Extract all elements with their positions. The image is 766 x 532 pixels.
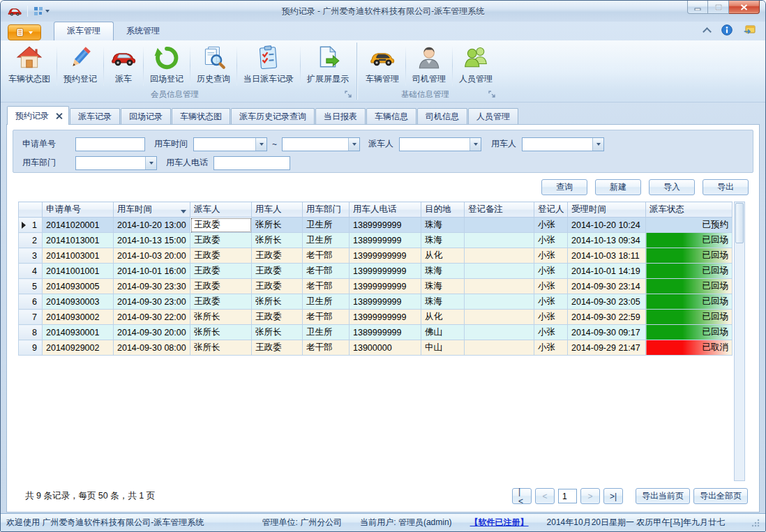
col-header-dispatcher[interactable]: 派车人 bbox=[190, 202, 252, 218]
col-header-request-no[interactable]: 申请单号 bbox=[43, 202, 114, 218]
table-row[interactable]: 1201410200012014-10-20 13:00王政委张所长卫生所138… bbox=[19, 218, 733, 233]
cell-accept-time[interactable]: 2014-09-29 21:47 bbox=[568, 340, 646, 356]
department-input[interactable] bbox=[76, 157, 145, 169]
cell-request-no[interactable]: 20140929002 bbox=[43, 340, 114, 356]
row-header-cell[interactable]: 2 bbox=[19, 233, 43, 248]
first-page-button[interactable]: |< bbox=[512, 488, 532, 504]
row-header-cell[interactable]: 5 bbox=[19, 279, 43, 294]
cell-registrar[interactable]: 小张 bbox=[534, 325, 568, 340]
cell-department[interactable]: 老干部 bbox=[303, 310, 350, 325]
cell-dispatcher[interactable]: 张所长 bbox=[190, 325, 252, 340]
cell-user[interactable]: 王政委 bbox=[252, 264, 303, 279]
cell-use-time[interactable]: 2014-09-30 23:30 bbox=[114, 279, 190, 294]
tab-personnel-management[interactable]: 人员管理 bbox=[468, 108, 518, 124]
cell-use-time[interactable]: 2014-10-03 20:00 bbox=[114, 248, 190, 264]
table-row[interactable]: 2201410130012014-10-13 15:00王政委张所长卫生所138… bbox=[19, 233, 733, 248]
request-no-input[interactable] bbox=[75, 137, 145, 151]
tab-dispatch-records[interactable]: 派车记录 bbox=[70, 108, 120, 124]
phone-input[interactable] bbox=[213, 156, 290, 170]
cell-remark[interactable] bbox=[465, 264, 534, 279]
tab-vehicle-status-map[interactable]: 车辆状态图 bbox=[172, 108, 230, 124]
cell-dispatch-status[interactable]: 已回场 bbox=[646, 294, 733, 310]
row-header-cell[interactable]: 6 bbox=[19, 294, 43, 310]
cell-accept-time[interactable]: 2014-10-20 10:24 bbox=[568, 218, 646, 233]
cell-phone[interactable]: 1389999999 bbox=[350, 233, 421, 248]
row-header-cell[interactable]: 7 bbox=[19, 310, 43, 325]
tab-vehicle-info[interactable]: 车辆信息 bbox=[366, 108, 416, 124]
cell-registrar[interactable]: 小张 bbox=[534, 310, 568, 325]
cell-remark[interactable] bbox=[465, 310, 534, 325]
cell-dispatcher[interactable]: 张所长 bbox=[190, 340, 252, 356]
table-row[interactable]: 8201409300012014-09-30 20:00张所长张所长卫生所138… bbox=[19, 325, 733, 340]
cell-dispatcher[interactable]: 王政委 bbox=[190, 279, 252, 294]
tab-daily-report[interactable]: 当日报表 bbox=[315, 108, 366, 124]
cell-dispatcher[interactable]: 王政委 bbox=[190, 248, 252, 264]
cell-use-time[interactable]: 2014-09-30 22:00 bbox=[114, 310, 190, 325]
row-header-cell[interactable]: 1 bbox=[19, 218, 43, 233]
user-input[interactable] bbox=[523, 138, 592, 151]
table-row[interactable]: 9201409290022014-09-30 08:00张所长王政委老干部139… bbox=[19, 340, 733, 356]
cell-use-time[interactable]: 2014-09-30 23:00 bbox=[114, 294, 190, 310]
cell-user[interactable]: 王政委 bbox=[252, 248, 303, 264]
reservation-register-button[interactable]: 预约登记 bbox=[57, 42, 103, 89]
cell-registrar[interactable]: 小张 bbox=[534, 294, 568, 310]
dropdown-button[interactable] bbox=[470, 138, 481, 151]
maximize-button[interactable] bbox=[708, 1, 729, 14]
scrollbar-thumb[interactable] bbox=[735, 203, 744, 243]
cell-remark[interactable] bbox=[465, 325, 534, 340]
cell-accept-time[interactable]: 2014-10-01 14:19 bbox=[568, 264, 646, 279]
col-header-accept-time[interactable]: 受理时间 bbox=[568, 202, 646, 218]
cell-user[interactable]: 张所长 bbox=[252, 218, 303, 233]
cell-accept-time[interactable]: 2014-09-30 09:17 bbox=[568, 325, 646, 340]
cell-phone[interactable]: 1389999999 bbox=[350, 325, 421, 340]
cell-dispatch-status[interactable]: 已回场 bbox=[646, 264, 733, 279]
return-register-button[interactable]: 回场登记 bbox=[144, 42, 190, 89]
row-header-cell[interactable]: 8 bbox=[19, 325, 43, 340]
col-header-use-time[interactable]: 用车时间 bbox=[114, 202, 190, 218]
row-header-cell[interactable]: 3 bbox=[19, 248, 43, 264]
tab-dispatch-history-query[interactable]: 派车历史记录查询 bbox=[231, 108, 315, 124]
resize-grip-icon[interactable] bbox=[751, 519, 760, 527]
cell-department[interactable]: 老干部 bbox=[303, 264, 350, 279]
ribbon-tab-dispatch-management[interactable]: 派车管理 bbox=[54, 22, 114, 40]
col-header-user[interactable]: 用车人 bbox=[252, 202, 303, 218]
search-button[interactable]: 查询 bbox=[541, 179, 587, 195]
use-time-to-input[interactable] bbox=[283, 138, 348, 151]
cell-phone[interactable]: 1389999999 bbox=[350, 294, 421, 310]
cell-remark[interactable] bbox=[465, 218, 534, 233]
cell-dispatcher[interactable]: 王政委 bbox=[190, 233, 252, 248]
cell-destination[interactable]: 珠海 bbox=[421, 233, 465, 248]
cell-user[interactable]: 王政委 bbox=[252, 310, 303, 325]
col-header-dispatch-status[interactable]: 派车状态 bbox=[646, 202, 733, 218]
cell-remark[interactable] bbox=[465, 294, 534, 310]
license-registered-link[interactable]: 【软件已注册】 bbox=[470, 517, 529, 529]
window-switch-icon[interactable] bbox=[744, 25, 756, 36]
vehicle-management-button[interactable]: 车辆管理 bbox=[359, 42, 405, 89]
table-row[interactable]: 6201409300032014-09-30 23:00王政委张所长卫生所138… bbox=[19, 294, 733, 310]
dialog-launcher-icon[interactable] bbox=[488, 91, 496, 98]
cell-request-no[interactable]: 20140930002 bbox=[43, 310, 114, 325]
cell-request-no[interactable]: 20140930001 bbox=[43, 325, 114, 340]
cell-accept-time[interactable]: 2014-10-13 09:34 bbox=[568, 233, 646, 248]
cell-registrar[interactable]: 小张 bbox=[534, 340, 568, 356]
cell-phone[interactable]: 13900000 bbox=[350, 340, 421, 356]
export-button[interactable]: 导出 bbox=[703, 179, 749, 195]
cell-user[interactable]: 王政委 bbox=[252, 279, 303, 294]
cell-destination[interactable]: 珠海 bbox=[421, 264, 465, 279]
cell-use-time[interactable]: 2014-09-30 08:00 bbox=[114, 340, 190, 356]
cell-department[interactable]: 老干部 bbox=[303, 248, 350, 264]
cell-phone[interactable]: 13999999999 bbox=[350, 264, 421, 279]
cell-dispatch-status[interactable]: 已回场 bbox=[646, 233, 733, 248]
cell-department[interactable]: 老干部 bbox=[303, 340, 350, 356]
tab-return-records[interactable]: 回场记录 bbox=[121, 108, 171, 124]
cell-dispatch-status[interactable]: 已回场 bbox=[646, 279, 733, 294]
quick-access-button[interactable] bbox=[31, 5, 52, 17]
cell-use-time[interactable]: 2014-10-13 15:00 bbox=[114, 233, 190, 248]
col-header-department[interactable]: 用车部门 bbox=[303, 202, 350, 218]
tab-driver-info[interactable]: 司机信息 bbox=[417, 108, 467, 124]
close-button[interactable] bbox=[729, 1, 760, 14]
collapse-ribbon-icon[interactable] bbox=[703, 27, 712, 36]
cell-destination[interactable]: 从化 bbox=[421, 248, 465, 264]
table-row[interactable]: 5201409300052014-09-30 23:30王政委王政委老干部139… bbox=[19, 279, 733, 294]
cell-registrar[interactable]: 小张 bbox=[534, 248, 568, 264]
